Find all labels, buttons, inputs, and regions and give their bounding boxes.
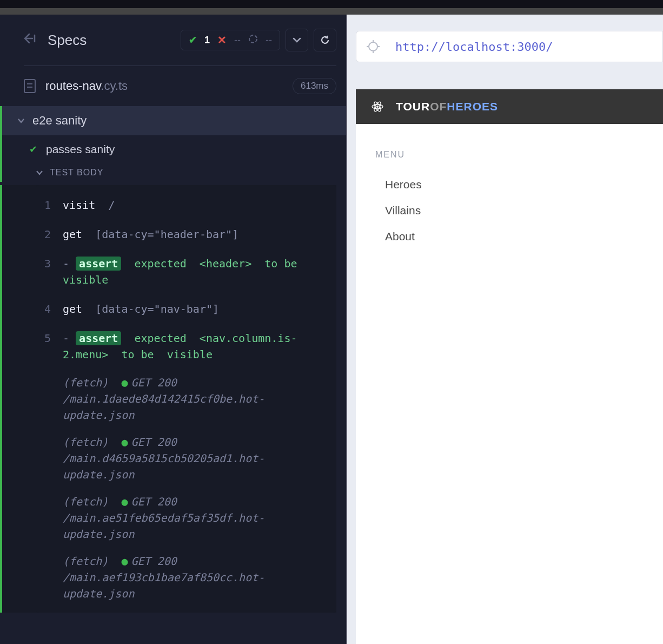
duration-badge: 613ms [293, 78, 336, 94]
chevron-down-button[interactable] [286, 29, 308, 51]
svg-point-6 [376, 106, 379, 108]
spec-ext: .cy.ts [101, 79, 128, 93]
menu-item-heroes[interactable]: Heroes [375, 172, 663, 198]
suite-row[interactable]: e2e sanity [0, 106, 346, 135]
window-topbar [0, 0, 663, 8]
check-icon: ✔ [29, 143, 37, 155]
log-line[interactable]: 1 visit / [36, 190, 329, 220]
menu-item-about[interactable]: About [375, 224, 663, 249]
preview-panel: http://localhost:3000/ TOUROFHEROES MENU… [346, 15, 663, 644]
cypress-panel: Specs ✔ 1 ✕ -- -- [0, 15, 346, 644]
fail-icon: ✕ [217, 34, 227, 47]
log-line[interactable]: 3 - assert expected <header> to be visib… [36, 249, 329, 294]
main-split: Specs ✔ 1 ✕ -- -- [0, 15, 663, 644]
spec-file-row[interactable]: routes-nav.cy.ts 613ms [8, 66, 346, 106]
selector-target-icon[interactable] [366, 40, 380, 54]
brand-title: TOUROFHEROES [396, 100, 498, 113]
body-label: TEST BODY [50, 168, 103, 178]
fetch-line[interactable]: (fetch) ●GET 200/main.aef193cb1bae7af850… [36, 548, 329, 607]
command-log: 1 visit / 2 get [data-cy="header-bar"] 3… [0, 185, 336, 613]
pass-count: 1 [204, 35, 210, 46]
back-icon[interactable] [24, 33, 37, 47]
test-body-row[interactable]: TEST BODY [0, 163, 346, 182]
app-frame: TOUROFHEROES MENU Heroes Villains About [356, 89, 663, 644]
fetch-line[interactable]: (fetch) ●GET 200/main.1daede84d142415cf0… [36, 369, 329, 429]
log-line[interactable]: 2 get [data-cy="header-bar"] [36, 220, 329, 249]
reload-button[interactable] [314, 29, 336, 51]
menu-label: MENU [375, 150, 663, 160]
chevron-down-icon [36, 168, 43, 178]
log-line[interactable]: 4 get [data-cy="nav-bar"] [36, 294, 329, 324]
menu-block: MENU Heroes Villains About [356, 124, 663, 249]
fetch-line[interactable]: (fetch) ●GET 200/main.d4659a5815cb50205a… [36, 429, 329, 488]
specs-header: Specs ✔ 1 ✕ -- -- [8, 15, 346, 65]
gray-band [0, 8, 663, 15]
assert-badge: assert [76, 331, 121, 345]
svg-point-0 [249, 35, 257, 43]
check-icon: ✔ [189, 34, 197, 46]
svg-point-1 [369, 42, 377, 51]
specs-title: Specs [48, 32, 87, 49]
preview-url[interactable]: http://localhost:3000/ [395, 40, 553, 54]
suite-name: e2e sanity [32, 114, 87, 128]
pending-count: -- [266, 35, 272, 46]
fetch-line[interactable]: (fetch) ●GET 200/main.ae51feb65edaf5af35… [36, 488, 329, 548]
menu-item-villains[interactable]: Villains [375, 198, 663, 224]
results-pill: ✔ 1 ✕ -- -- [181, 30, 280, 50]
url-bar: http://localhost:3000/ [356, 31, 663, 62]
pending-icon [248, 34, 258, 47]
test-name: passes sanity [46, 143, 115, 156]
log-line[interactable]: 5 - assert expected <nav.column.is-2.men… [36, 324, 329, 369]
file-icon [24, 79, 36, 93]
chevron-down-icon [17, 116, 25, 126]
test-row[interactable]: ✔ passes sanity [0, 135, 346, 163]
assert-badge: assert [76, 257, 121, 271]
fail-count: -- [234, 35, 241, 46]
app-header: TOUROFHEROES [356, 89, 663, 124]
spec-name: routes-nav [45, 79, 101, 93]
react-icon [371, 100, 384, 113]
